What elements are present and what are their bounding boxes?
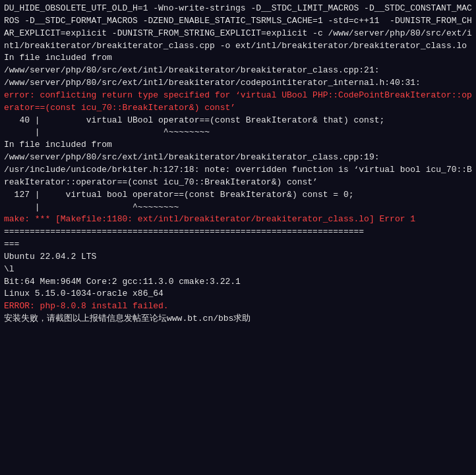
terminal-line: /www/server/php/80/src/ext/intl/breakite… (4, 152, 472, 164)
terminal-line: | ^~~~~~~~~ (4, 202, 472, 214)
terminal-line: ERROR: php-8.0.8 install failed. (4, 300, 472, 313)
terminal-line: /www/server/php/80/src/ext/intl/breakite… (4, 65, 472, 77)
terminal-line: DU_HIDE_OBSOLETE_UTF_OLD_H=1 -Wno-write-… (4, 3, 472, 52)
terminal-line: In file included from (4, 52, 472, 65)
terminal-line: Ubuntu 22.04.2 LTS (4, 251, 472, 264)
terminal-window: DU_HIDE_OBSOLETE_UTF_OLD_H=1 -Wno-write-… (0, 0, 476, 475)
terminal-line: 安装失败，请截图以上报错信息发帖至论坛www.bt.cn/bbs求助 (4, 313, 472, 325)
terminal-line: Linux 5.15.0-1034-oracle x86_64 (4, 288, 472, 300)
terminal-line: | ^~~~~~~~~ (4, 126, 472, 139)
terminal-line: error: conflicting return type specified… (4, 90, 472, 115)
terminal-line: /usr/include/unicode/brkiter.h:127:18: n… (4, 164, 472, 189)
terminal-line: /www/server/php/80/src/ext/intl/breakite… (4, 77, 472, 90)
terminal-line: 127 | virtual bool operator==(const Brea… (4, 189, 472, 202)
terminal-line: Bit:64 Mem:964M Core:2 gcc:11.3.0 cmake:… (4, 276, 472, 289)
terminal-line: ========================================… (4, 226, 472, 238)
terminal-line: === (4, 238, 472, 251)
terminal-line: \l (4, 264, 472, 276)
terminal-line: make: *** [Makefile:1180: ext/intl/break… (4, 213, 472, 226)
terminal-line: 40 | virtual UBool operator==(const Brea… (4, 115, 472, 127)
terminal-line: In file included from (4, 139, 472, 152)
